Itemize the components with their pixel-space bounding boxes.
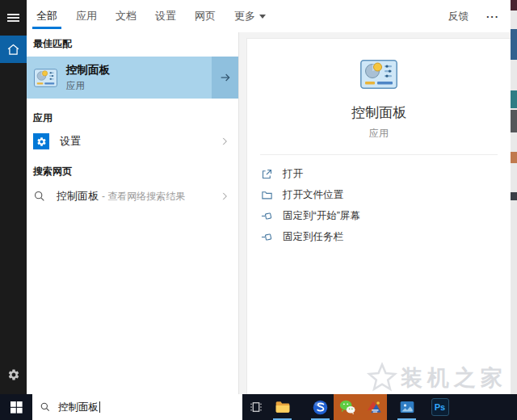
tab-apps[interactable]: 应用 [76, 0, 97, 32]
tab-more-label: 更多 [234, 10, 255, 22]
search-filter-tabbar: 全部 应用 文档 设置 网页 更多 反馈 ··· [27, 0, 511, 32]
action-pin-to-taskbar[interactable]: 固定到任务栏 [261, 226, 511, 247]
text-cursor [99, 401, 100, 413]
web-search-query: 控制面板 [57, 189, 99, 204]
zhuangjizhijia-button[interactable] [360, 394, 387, 420]
tab-web[interactable]: 网页 [195, 0, 216, 32]
action-pin-to-taskbar-label: 固定到任务栏 [283, 230, 343, 244]
photoshop-button[interactable]: Ps [427, 394, 453, 420]
open-icon [261, 168, 273, 180]
desktop-edge-sliver [511, 0, 517, 394]
search-results-panel: 最佳匹配 控制面板 应用 [27, 32, 239, 394]
tab-settings-label: 设置 [155, 10, 176, 22]
tab-settings[interactable]: 设置 [155, 0, 176, 32]
home-icon [6, 43, 20, 57]
tab-more[interactable]: 更多 [234, 0, 266, 32]
watermark: 装机之家 [365, 362, 507, 394]
search-home-button[interactable] [0, 36, 27, 63]
best-match-title: 控制面板 [66, 63, 110, 78]
pin-icon [261, 231, 273, 243]
arrow-right-icon [219, 71, 232, 84]
tab-web-label: 网页 [195, 10, 216, 22]
apps-section-header: 应用 [27, 107, 238, 129]
photos-app-icon [399, 399, 415, 415]
action-pin-to-start-label: 固定到“开始”屏幕 [283, 209, 360, 223]
windows-logo-icon [11, 401, 23, 414]
preview-panel: 控制面板 应用 打开 打开文件位置 [239, 32, 511, 394]
preview-app-title: 控制面板 [247, 103, 511, 122]
start-menu-rail [0, 0, 27, 394]
taskbar-search-input[interactable]: 控制面板 [32, 394, 242, 420]
expand-menu-button[interactable] [0, 4, 27, 31]
search-settings-button[interactable] [0, 361, 27, 388]
tab-documents-label: 文档 [116, 10, 137, 22]
chevron-right-icon[interactable] [219, 191, 230, 202]
photos-app-button[interactable] [393, 394, 420, 420]
task-view-icon [249, 400, 263, 414]
taskbar: 控制面板 [0, 394, 517, 420]
search-icon [40, 401, 51, 413]
gear-icon [7, 368, 20, 381]
result-item-web-search[interactable]: 控制面板 - 查看网络搜索结果 [27, 184, 238, 208]
file-explorer-button[interactable] [269, 394, 296, 420]
more-options-button[interactable]: ··· [486, 10, 499, 23]
expand-preview-button[interactable] [212, 57, 238, 99]
control-panel-icon [34, 69, 57, 87]
action-open-file-location[interactable]: 打开文件位置 [261, 184, 511, 205]
star-icon [365, 362, 399, 394]
preview-card: 控制面板 应用 打开 打开文件位置 [246, 38, 511, 394]
action-pin-to-start[interactable]: 固定到“开始”屏幕 [261, 205, 511, 226]
chevron-right-icon[interactable] [219, 136, 230, 147]
search-input-value: 控制面板 [58, 401, 99, 414]
file-explorer-icon [275, 399, 291, 415]
chevron-down-icon [259, 15, 266, 19]
watermark-text: 装机之家 [401, 363, 507, 393]
search-icon [33, 190, 46, 203]
photoshop-icon: Ps [431, 398, 449, 416]
gear-icon [36, 136, 47, 147]
windows-search-screen: 全部 应用 文档 设置 网页 更多 反馈 ··· 最佳匹配 [0, 0, 517, 420]
action-open-label: 打开 [283, 167, 303, 181]
best-match-type: 应用 [66, 80, 110, 92]
best-match-header: 最佳匹配 [27, 32, 238, 55]
settings-tile [33, 133, 49, 149]
feedback-button[interactable]: 反馈 [448, 10, 469, 23]
wechat-icon [338, 398, 356, 416]
web-section-header: 搜索网页 [27, 160, 238, 183]
web-search-hint: - 查看网络搜索结果 [102, 190, 185, 204]
preview-app-type: 应用 [247, 127, 511, 141]
sogou-browser-button[interactable] [307, 394, 334, 420]
settings-item-label: 设置 [60, 134, 81, 149]
tab-documents[interactable]: 文档 [116, 0, 137, 32]
control-panel-icon-large [360, 60, 397, 89]
task-view-button[interactable] [242, 394, 269, 420]
pin-icon [261, 210, 273, 222]
tab-all-label: 全部 [36, 10, 57, 22]
action-open-file-location-label: 打开文件位置 [283, 188, 343, 202]
result-item-settings[interactable]: 设置 [27, 129, 238, 153]
hamburger-icon [7, 12, 19, 23]
wechat-button[interactable] [334, 394, 360, 420]
folder-icon [261, 189, 273, 201]
zhuangjizhijia-icon [365, 398, 383, 416]
tab-apps-label: 应用 [76, 10, 97, 22]
start-button[interactable] [0, 394, 32, 420]
action-open[interactable]: 打开 [261, 163, 511, 184]
best-match-item[interactable]: 控制面板 应用 [27, 57, 238, 99]
sogou-browser-icon [312, 399, 329, 416]
tab-all[interactable]: 全部 [36, 0, 57, 32]
